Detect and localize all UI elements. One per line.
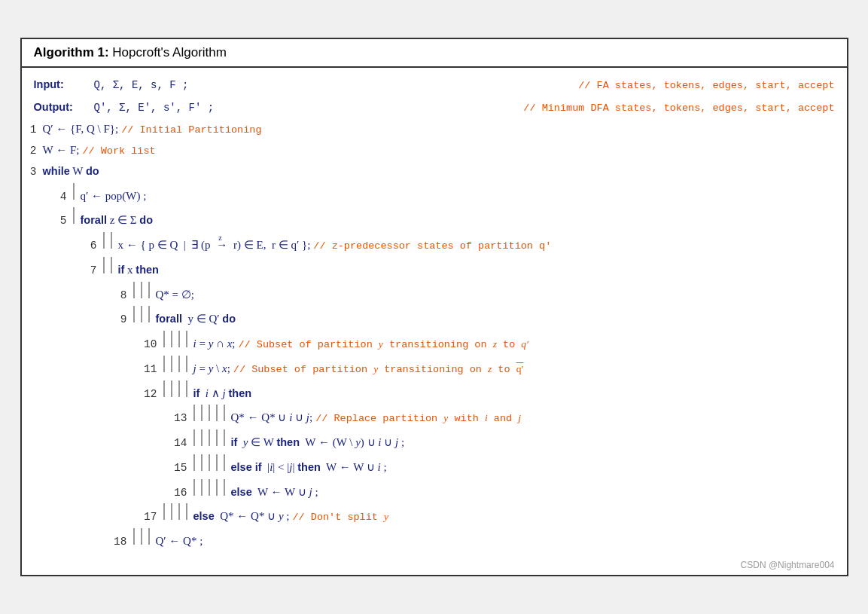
line-content-10: i = y ∩ x; // Subset of partition y tran… bbox=[163, 331, 847, 354]
line5-math: z ∈ Σ bbox=[107, 211, 139, 231]
line-num-17: 17 bbox=[142, 508, 163, 527]
line-num-16: 16 bbox=[172, 484, 193, 503]
line17-comment: // Don't split y bbox=[293, 509, 389, 527]
line-num-3: 3 bbox=[22, 163, 43, 182]
line-5: 5 forall z ∈ Σ do bbox=[22, 206, 847, 231]
algo-header: Algorithm 1: Hopcroft's Algorithm bbox=[22, 39, 847, 68]
vbar-12a bbox=[163, 380, 165, 397]
line7-kw: if bbox=[118, 261, 125, 280]
line-13: 13 Q* ← Q* ∪ i ∪ j; // Replace partition… bbox=[22, 404, 847, 429]
line8-math: Q* = ∅; bbox=[156, 286, 194, 305]
line10-math: i = y ∩ x; bbox=[193, 334, 236, 354]
vbar-10c bbox=[178, 331, 180, 347]
vbar-16c bbox=[209, 479, 210, 496]
line-10: 10 i = y ∩ x; // Subset of partition y t… bbox=[22, 330, 847, 355]
vbar-14d bbox=[216, 429, 218, 446]
line-content-18: Q′ ← Q* ; bbox=[133, 528, 847, 551]
vbar-15a bbox=[193, 454, 195, 471]
vbar-9b bbox=[141, 306, 142, 322]
line-content-14: if y ∈ W then W ← (W \ y) ∪ i ∪ j ; bbox=[193, 429, 847, 453]
vbar-17d bbox=[186, 503, 187, 520]
line6-comment: // z-predecessor states of partition q' bbox=[313, 238, 551, 255]
line-content-6: x ← { p ∈ Q | ∃ (p z→ r) ∈ E, r ∈ q′ }; … bbox=[103, 232, 847, 255]
line12-kw: if bbox=[193, 384, 200, 403]
line15-math: |i| < |j| bbox=[262, 458, 298, 478]
line2-math: W ← F; bbox=[43, 141, 80, 160]
line11-math: j = y \ x; bbox=[193, 359, 230, 379]
vbar-9c bbox=[148, 306, 150, 322]
vbar-14c bbox=[209, 429, 210, 446]
vbar-7a bbox=[103, 257, 105, 273]
line13-math: Q* ← Q* ∪ i ∪ j; bbox=[231, 408, 313, 428]
line14-math: y ∈ W bbox=[237, 433, 276, 453]
line-content-17: else Q* ← Q* ∪ y ; // Don't split y bbox=[163, 503, 847, 527]
line4-math: q′ ← pop(W) ; bbox=[81, 187, 147, 206]
line12-math: i ∧ j bbox=[199, 384, 228, 404]
input-label: Input: bbox=[34, 75, 94, 94]
line-content-11: j = y \ x; // Subset of partition y tran… bbox=[163, 356, 847, 379]
algo-name: Hopcroft's Algorithm bbox=[112, 45, 227, 60]
line-content-1: Q′ ← {F, Q \ F}; // Initial Partitioning bbox=[43, 120, 847, 139]
line-num-12: 12 bbox=[142, 385, 163, 404]
vbar-8b bbox=[141, 282, 142, 298]
line17-kw: else bbox=[193, 507, 215, 526]
vbar-18a bbox=[133, 528, 135, 545]
output-line: Output: Q', Σ, E', s', F' ; // Minimum D… bbox=[22, 96, 847, 119]
vbar-13a bbox=[193, 405, 195, 421]
line-content-3: while W do bbox=[43, 162, 847, 182]
vbar-13b bbox=[201, 405, 203, 421]
line7-math: x bbox=[124, 261, 136, 280]
line-15: 15 else if |i| < |j| then W ← W ∪ i ; bbox=[22, 454, 847, 478]
line-num-10: 10 bbox=[142, 335, 163, 354]
algorithm-container: Algorithm 1: Hopcroft's Algorithm Input:… bbox=[20, 38, 848, 576]
line-11: 11 j = y \ x; // Subset of partition y t… bbox=[22, 355, 847, 380]
vbar-15c bbox=[209, 454, 210, 471]
vbar-13d bbox=[216, 405, 218, 421]
line10-comment: // Subset of partition y transitioning o… bbox=[239, 336, 529, 354]
vbar-13c bbox=[209, 405, 210, 421]
line-17: 17 else Q* ← Q* ∪ y ; // Don't split y bbox=[22, 503, 847, 527]
line-num-15: 15 bbox=[172, 459, 193, 478]
vbar-15e bbox=[224, 454, 225, 471]
vbar-17a bbox=[163, 503, 165, 520]
output-comment: // Minimum DFA states, tokens, edges, st… bbox=[523, 100, 834, 118]
line-18: 18 Q′ ← Q* ; bbox=[22, 527, 847, 552]
line3-kw2: do bbox=[86, 162, 99, 181]
line-12: 12 if i ∧ j then bbox=[22, 380, 847, 405]
line-content-15: else if |i| < |j| then W ← W ∪ i ; bbox=[193, 454, 847, 478]
line14-math2: W ← (W \ y) ∪ i ∪ j ; bbox=[300, 433, 404, 453]
input-content: Q, Σ, E, s, F ; bbox=[94, 77, 564, 95]
line-6: 6 x ← { p ∈ Q | ∃ (p z→ r) ∈ E, r ∈ q′ }… bbox=[22, 231, 847, 256]
line15-math2: W ← W ∪ i ; bbox=[321, 458, 387, 478]
line-content-8: Q* = ∅; bbox=[133, 282, 847, 305]
input-comment: // FA states, tokens, edges, start, acce… bbox=[578, 78, 834, 95]
vbar-18b bbox=[141, 528, 142, 545]
vbar-11c bbox=[178, 356, 180, 372]
line-num-2: 2 bbox=[22, 142, 43, 160]
line-2: 2 W ← F; // Work list bbox=[22, 140, 847, 161]
line7-kw2: then bbox=[136, 261, 159, 280]
line-num-4: 4 bbox=[52, 188, 73, 206]
line-content-9: forall y ∈ Q′ do bbox=[133, 306, 847, 329]
line-num-11: 11 bbox=[142, 360, 163, 379]
line9-kw: forall bbox=[156, 310, 182, 328]
line-16: 16 else W ← W ∪ j ; bbox=[22, 478, 847, 503]
vbar-13e bbox=[224, 405, 225, 421]
line-8: 8 Q* = ∅; bbox=[22, 281, 847, 306]
vbar-14e bbox=[224, 429, 225, 446]
line-num-14: 14 bbox=[172, 434, 193, 453]
vbar-12d bbox=[186, 380, 187, 397]
line11-comment: // Subset of partition y transitioning o… bbox=[233, 361, 524, 379]
line-3: 3 while W do bbox=[22, 161, 847, 182]
input-line: Input: Q, Σ, E, s, F ; // FA states, tok… bbox=[22, 74, 847, 96]
line9-math: y ∈ Q′ bbox=[182, 310, 222, 329]
vbar-5 bbox=[73, 207, 75, 224]
line5-kw2: do bbox=[139, 211, 153, 230]
line2-comment: // Work list bbox=[82, 143, 155, 160]
output-label: Output: bbox=[34, 98, 94, 117]
line5-kw: forall bbox=[81, 211, 107, 230]
line-content-2: W ← F; // Work list bbox=[43, 141, 847, 160]
vbar-12b bbox=[171, 380, 172, 397]
line-7: 7 if x then bbox=[22, 256, 847, 281]
line3-math: W bbox=[70, 162, 86, 182]
